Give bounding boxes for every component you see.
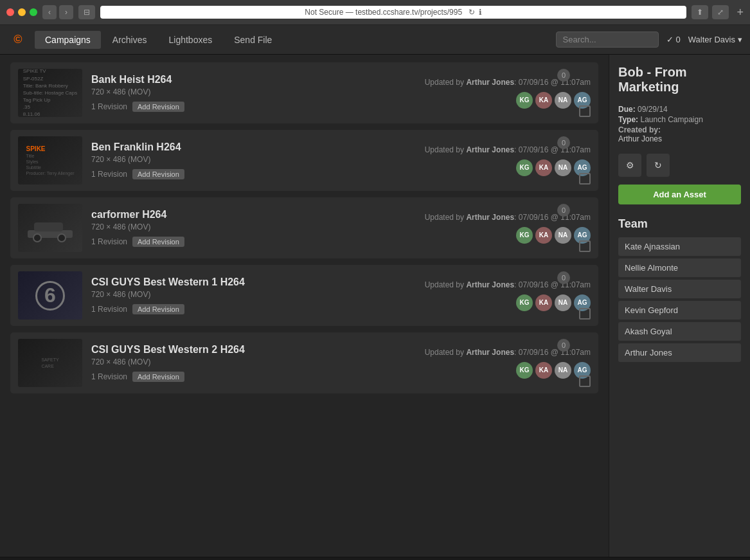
revision-count: 1 Revision xyxy=(91,237,127,246)
nav-right: ✓ 0 Walter Davis ▾ xyxy=(556,32,742,48)
type-label: Type: xyxy=(618,115,638,124)
select-checkbox[interactable] xyxy=(579,173,591,185)
asset-info: CSI GUYS Best Western 2 H264 720 × 486 (… xyxy=(91,344,416,382)
created-by: Created by: Arthur Jones xyxy=(618,125,741,143)
team-member-nellie[interactable]: Nellie Almonte xyxy=(618,258,741,277)
avatar-kg: KG xyxy=(516,294,533,311)
team-member-kevin[interactable]: Kevin Gepford xyxy=(618,301,741,320)
back-button[interactable]: ‹ xyxy=(42,5,57,19)
due-label: Due: xyxy=(618,105,636,114)
asset-info: carformer H264 720 × 486 (MOV) 1 Revisio… xyxy=(91,209,416,247)
asset-meta: Updated by Arthur Jones: 07/09/16 @ 11:0… xyxy=(425,145,591,176)
asset-thumbnail: SPIKE TitleStylesSubtitleProducer: Terry… xyxy=(18,136,82,185)
asset-card-csi2: SAFETYCARE CSI GUYS Best Western 2 H264 … xyxy=(10,332,598,393)
close-button[interactable] xyxy=(6,8,14,16)
app-nav: © Campaigns Archives Lightboxes Send Fil… xyxy=(0,25,750,55)
asset-thumbnail: 6 xyxy=(18,271,82,320)
asset-title: Ben Franklin H264 xyxy=(91,141,416,153)
checkbox-area xyxy=(579,105,591,117)
asset-title: carformer H264 xyxy=(91,209,416,221)
browser-chrome: ‹ › ⊟ Not Secure — testbed.ccshare.tv/pr… xyxy=(0,0,750,25)
add-revision-button[interactable]: Add Revision xyxy=(132,372,184,382)
checkbox-area xyxy=(579,173,591,185)
avatar-kg: KG xyxy=(516,159,533,176)
url-bar[interactable]: Not Secure — testbed.ccshare.tv/projects… xyxy=(100,6,686,19)
team-member-kate[interactable]: Kate Ajnassian xyxy=(618,237,741,256)
sidebar: Bob - From Marketing Due: 09/29/14 Type:… xyxy=(609,55,750,557)
asset-dims: 720 × 486 (MOV) xyxy=(91,357,416,366)
team-member-akash[interactable]: Akash Goyal xyxy=(618,322,741,341)
revision-row: 1 Revision Add Revision xyxy=(91,102,416,112)
asset-meta: Updated by Arthur Jones: 07/09/16 @ 11:0… xyxy=(425,213,591,244)
team-member-walter[interactable]: Walter Davis xyxy=(618,280,741,298)
minimize-button[interactable] xyxy=(18,8,26,16)
thumb-content: SPIKE TVSP-052ZTitle: Bank RobberySub-ti… xyxy=(18,69,82,117)
asset-title: Bank Heist H264 xyxy=(91,74,416,86)
asset-dims: 720 × 486 (MOV) xyxy=(91,155,416,164)
avatar-na: NA xyxy=(555,294,571,311)
forward-button[interactable]: › xyxy=(59,5,73,19)
notification-button[interactable]: ✓ 0 xyxy=(666,35,681,44)
share-button[interactable]: ⬆ xyxy=(692,5,708,19)
asset-dims: 720 × 486 (MOV) xyxy=(91,290,416,299)
info-icon[interactable]: ℹ xyxy=(479,8,482,17)
thumb-content xyxy=(18,204,82,252)
refresh-button[interactable]: ↻ xyxy=(647,154,670,177)
add-revision-button[interactable]: Add Revision xyxy=(132,304,184,314)
add-revision-button[interactable]: Add Revision xyxy=(132,237,184,247)
avatar-kg: KG xyxy=(516,227,533,244)
avatar-ka: KA xyxy=(535,159,552,176)
revision-count: 1 Revision xyxy=(91,170,127,179)
asset-meta: Updated by Arthur Jones: 07/09/16 @ 11:0… xyxy=(425,348,591,379)
avatar-ka: KA xyxy=(535,362,552,379)
browser-nav-buttons: ‹ › xyxy=(42,5,73,19)
select-checkbox[interactable] xyxy=(579,240,591,252)
add-revision-button[interactable]: Add Revision xyxy=(132,169,184,179)
tab-send-file[interactable]: Send File xyxy=(224,31,282,49)
user-menu[interactable]: Walter Davis ▾ xyxy=(688,35,742,44)
asset-thumbnail xyxy=(18,204,82,252)
add-asset-button[interactable]: Add an Asset xyxy=(618,185,741,204)
new-tab-button[interactable]: + xyxy=(737,6,744,19)
tab-lightboxes[interactable]: Lightboxes xyxy=(159,31,223,49)
asset-dims: 720 × 486 (MOV) xyxy=(91,222,416,231)
revision-count: 1 Revision xyxy=(91,305,127,314)
search-input[interactable] xyxy=(556,32,659,48)
revision-row: 1 Revision Add Revision xyxy=(91,304,416,314)
svg-point-3 xyxy=(58,234,66,242)
checkbox-area xyxy=(579,308,591,320)
sidebar-toggle-button[interactable]: ⊟ xyxy=(78,5,95,19)
select-checkbox[interactable] xyxy=(579,105,591,117)
avatar-na: NA xyxy=(555,362,571,379)
expand-button[interactable]: ⤢ xyxy=(712,5,729,19)
comment-badge: 0 xyxy=(557,136,570,149)
add-revision-button[interactable]: Add Revision xyxy=(132,102,184,112)
team-member-arthur[interactable]: Arthur Jones xyxy=(618,343,741,362)
asset-card-bank-heist: SPIKE TVSP-052ZTitle: Bank RobberySub-ti… xyxy=(10,62,598,123)
main-layout: SPIKE TVSP-052ZTitle: Bank RobberySub-ti… xyxy=(0,55,750,557)
settings-button[interactable]: ⚙ xyxy=(618,154,641,177)
comment-badge: 0 xyxy=(557,339,570,352)
refresh-icon[interactable]: ↻ xyxy=(469,8,475,17)
svg-point-2 xyxy=(33,234,41,242)
revision-count: 1 Revision xyxy=(91,102,127,111)
created-label: Created by: xyxy=(618,125,661,134)
project-title: Bob - From Marketing xyxy=(618,65,741,95)
team-title: Team xyxy=(618,217,741,231)
asset-title: CSI GUYS Best Western 1 H264 xyxy=(91,276,416,288)
project-type: Type: Launch Campaign xyxy=(618,115,741,124)
revision-row: 1 Revision Add Revision xyxy=(91,169,416,179)
asset-info: Bank Heist H264 720 × 486 (MOV) 1 Revisi… xyxy=(91,74,416,112)
avatar-ka: KA xyxy=(535,92,552,109)
select-checkbox[interactable] xyxy=(579,308,591,320)
checkbox-area xyxy=(579,240,591,252)
user-name: Walter Davis xyxy=(688,35,735,44)
type-value: Launch Campaign xyxy=(640,115,702,124)
asset-meta: Updated by Arthur Jones: 07/09/16 @ 11:0… xyxy=(425,78,591,109)
tab-archives[interactable]: Archives xyxy=(102,31,157,49)
nav-tabs: Campaigns Archives Lightboxes Send File xyxy=(35,31,556,49)
maximize-button[interactable] xyxy=(30,8,37,16)
tab-campaigns[interactable]: Campaigns xyxy=(35,31,101,49)
app-logo: © xyxy=(8,30,28,50)
select-checkbox[interactable] xyxy=(579,375,591,387)
